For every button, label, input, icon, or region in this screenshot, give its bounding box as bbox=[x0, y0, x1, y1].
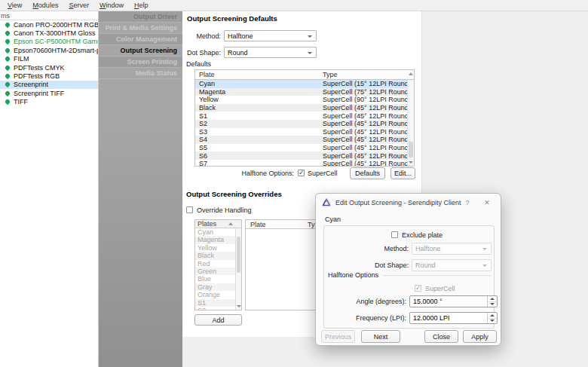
cell-type: SuperCell (45° 12LPI Round) bbox=[323, 104, 411, 112]
list-item[interactable]: Black bbox=[195, 252, 241, 259]
add-button[interactable]: Add bbox=[194, 314, 242, 326]
list-item[interactable]: Orange bbox=[195, 291, 241, 298]
sidebar-item-tiff[interactable]: TIFF bbox=[0, 98, 98, 106]
previous-button[interactable]: Previous bbox=[321, 330, 355, 343]
sidebar-item-canon-tx-3000htm-gloss[interactable]: Canon TX-3000HTM Gloss bbox=[0, 29, 98, 37]
menu-item-help[interactable]: Help bbox=[129, 2, 154, 9]
dialog-dot-shape-select[interactable]: Round bbox=[412, 259, 492, 271]
nav-item-output-screening[interactable]: Output Screening bbox=[99, 45, 182, 57]
scroll-down-button[interactable] bbox=[408, 159, 414, 166]
cell-plate: S2 bbox=[195, 120, 323, 127]
table-row[interactable]: CyanSuperCell (15° 12LPI Round) bbox=[195, 80, 414, 88]
column-header-plate[interactable]: Plate bbox=[195, 71, 323, 78]
pagesetup-leaf-icon bbox=[5, 47, 11, 54]
dialog-method-select[interactable]: Halftone bbox=[412, 243, 492, 255]
spin-up-icon[interactable] bbox=[488, 313, 497, 319]
menu-item-view[interactable]: View bbox=[2, 2, 27, 9]
nav-item-screen-printing[interactable]: Screen Printing bbox=[99, 57, 182, 68]
scroll-down-button[interactable] bbox=[236, 303, 241, 310]
help-button[interactable]: ? bbox=[461, 197, 473, 209]
supercell-checkbox[interactable] bbox=[298, 170, 305, 176]
nav-item-color-management[interactable]: Color Management bbox=[99, 34, 182, 45]
table-row[interactable]: MagentaSuperCell (75° 12LPI Round) bbox=[195, 88, 414, 96]
frequency-label: Frequency (LPI): bbox=[324, 314, 406, 322]
spin-buttons bbox=[487, 296, 497, 307]
method-select[interactable]: Halftone bbox=[224, 30, 317, 41]
cell-plate: S4 bbox=[195, 136, 323, 143]
list-item[interactable]: Magenta bbox=[195, 236, 241, 243]
list-item[interactable]: S1 bbox=[195, 299, 241, 307]
column-header-plate[interactable]: Plate bbox=[246, 221, 308, 228]
table-row[interactable]: S7SuperCell (45° 12LPI Round) bbox=[195, 160, 414, 167]
sidebar-item-epson70600htm-2dsmart-pro[interactable]: Epson70600HTM-2Dsmart-pro bbox=[0, 46, 98, 54]
menu-bar: ViewModulesServerWindowHelp bbox=[0, 0, 588, 11]
close-icon[interactable]: ✕ bbox=[481, 197, 493, 209]
exclude-plate-checkbox[interactable] bbox=[391, 231, 398, 238]
menu-item-window[interactable]: Window bbox=[94, 2, 129, 9]
cell-type: SuperCell (15° 12LPI Round) bbox=[323, 80, 411, 87]
angle-value: 15.0000 ° bbox=[413, 298, 443, 305]
apply-button[interactable]: Apply bbox=[463, 330, 497, 343]
list-item[interactable]: Cyan bbox=[195, 228, 241, 236]
scrollbar-thumb[interactable] bbox=[409, 142, 413, 158]
menu-item-modules[interactable]: Modules bbox=[27, 2, 63, 9]
table-row[interactable]: S3SuperCell (45° 12LPI Round) bbox=[195, 128, 414, 136]
table-row[interactable]: S4SuperCell (45° 12LPI Round) bbox=[195, 136, 414, 144]
sidebar-item-canon-pro-2000htm-rgb-arc[interactable]: Canon PRO-2000HTM RGB Arc bbox=[0, 20, 98, 29]
supercell-label: SuperCell bbox=[308, 170, 338, 177]
nav-item-output-driver[interactable]: Output Driver bbox=[99, 11, 182, 23]
nav-item-print-media-settings[interactable]: Print & Media Settings bbox=[99, 23, 182, 34]
table-row[interactable]: S2SuperCell (45° 12LPI Round) bbox=[195, 120, 414, 128]
spin-down-icon[interactable] bbox=[488, 319, 497, 324]
list-item[interactable]: Red bbox=[195, 260, 241, 268]
spin-down-icon[interactable] bbox=[488, 302, 497, 307]
nav-item-media-status[interactable]: Media Status bbox=[99, 68, 182, 79]
sidebar-item-label: FILM bbox=[14, 55, 29, 63]
sidebar-item-film[interactable]: FILM bbox=[0, 55, 98, 63]
plates-list-header[interactable]: Plates bbox=[195, 220, 241, 228]
table-row[interactable]: YellowSuperCell (90° 12LPI Round) bbox=[195, 96, 414, 104]
pagesetup-list: Canon PRO-2000HTM RGB ArcCanon TX-3000HT… bbox=[0, 20, 98, 106]
cell-type: SuperCell (45° 12LPI Round) bbox=[323, 160, 411, 167]
scrollbar-thumb[interactable] bbox=[237, 237, 240, 274]
plates-list: Plates CyanMagentaYellowBlackRedGreenBlu… bbox=[194, 219, 242, 310]
dot-shape-value: Round bbox=[228, 49, 248, 57]
sidebar-column-header[interactable]: ms bbox=[0, 11, 98, 20]
plates-scrollbar[interactable] bbox=[235, 228, 241, 310]
defaults-table-scrollbar[interactable] bbox=[407, 80, 414, 166]
spin-up-icon[interactable] bbox=[488, 296, 497, 302]
table-row[interactable]: S1SuperCell (45° 12LPI Round) bbox=[195, 112, 414, 120]
dialog-supercell-checkbox[interactable] bbox=[415, 285, 421, 292]
list-item[interactable]: S2 bbox=[195, 307, 241, 310]
menu-item-server[interactable]: Server bbox=[63, 2, 94, 9]
table-row[interactable]: S6SuperCell (45° 12LPI Round) bbox=[195, 151, 414, 160]
list-item[interactable]: Yellow bbox=[195, 244, 241, 252]
sidebar-item-pdftests-cmyk[interactable]: PDFTests CMYK bbox=[0, 63, 98, 72]
sidebar-item-epson-sc-p5000htm-gamutpr[interactable]: Epson SC-P5000HTM GamutPr bbox=[0, 38, 98, 46]
angle-spinbox[interactable]: 15.0000 ° bbox=[409, 295, 498, 307]
table-row[interactable]: S5SuperCell (45° 12LPI Round) bbox=[195, 144, 414, 152]
sidebar-item-pdftests-rgb[interactable]: PDFTests RGB bbox=[0, 72, 98, 80]
sidebar-item-screenprint-tiff[interactable]: Screenprint TIFF bbox=[0, 89, 98, 97]
chevron-down-icon bbox=[482, 265, 487, 267]
list-item[interactable]: Gray bbox=[195, 283, 241, 291]
defaults-button[interactable]: Defaults bbox=[350, 167, 385, 179]
sort-ascending-icon bbox=[228, 222, 233, 225]
sidebar-item-screenprint[interactable]: Screenprint bbox=[0, 81, 98, 89]
list-item[interactable]: Blue bbox=[195, 275, 241, 283]
exclude-plate-label: Exclude plate bbox=[402, 231, 443, 239]
method-value: Halftone bbox=[228, 32, 253, 40]
column-header-type[interactable]: Type bbox=[323, 71, 338, 78]
next-button[interactable]: Next bbox=[361, 330, 400, 343]
edit-button[interactable]: Edit... bbox=[390, 167, 415, 179]
frequency-spinbox[interactable]: 12.0000 LPI bbox=[409, 312, 498, 324]
table-row[interactable]: BlackSuperCell (45° 12LPI Round) bbox=[195, 104, 414, 112]
pagesetup-leaf-icon bbox=[5, 64, 11, 70]
close-button[interactable]: Close bbox=[424, 330, 458, 343]
defaults-table-header[interactable]: Plate Type bbox=[195, 70, 414, 80]
dot-shape-select[interactable]: Round bbox=[224, 47, 317, 58]
override-handling-checkbox[interactable] bbox=[186, 206, 193, 213]
cell-plate: Black bbox=[195, 104, 323, 112]
list-item[interactable]: Green bbox=[195, 268, 241, 275]
frequency-value: 12.0000 LPI bbox=[413, 314, 450, 322]
